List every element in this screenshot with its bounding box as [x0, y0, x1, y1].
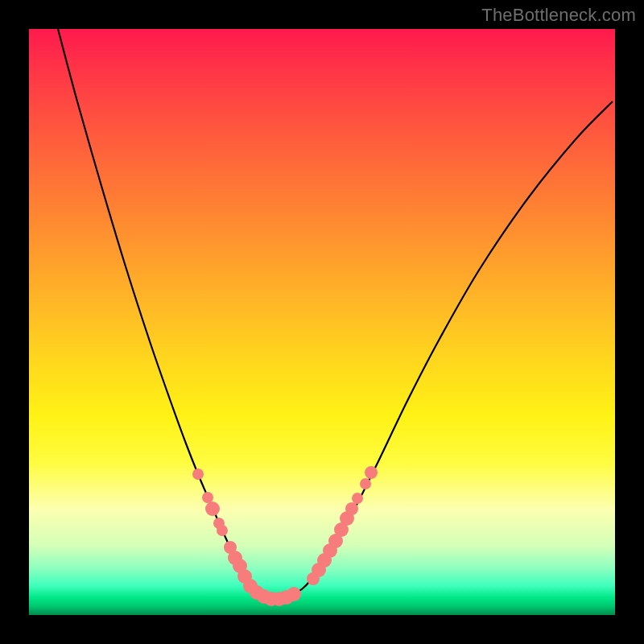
- curve-marker: [217, 525, 228, 536]
- plot-area: [29, 29, 615, 615]
- curve-marker: [205, 502, 220, 516]
- curve-marker: [345, 502, 358, 515]
- curve-marker: [352, 493, 363, 504]
- bottleneck-curve: [58, 29, 613, 599]
- curve-marker: [192, 469, 204, 480]
- chart-svg: [29, 29, 615, 615]
- watermark-text: TheBottleneck.com: [481, 5, 636, 26]
- curve-marker: [287, 587, 301, 601]
- curve-markers: [192, 466, 378, 606]
- curve-marker: [360, 478, 371, 489]
- curve-marker: [202, 492, 213, 503]
- curve-marker: [365, 466, 378, 479]
